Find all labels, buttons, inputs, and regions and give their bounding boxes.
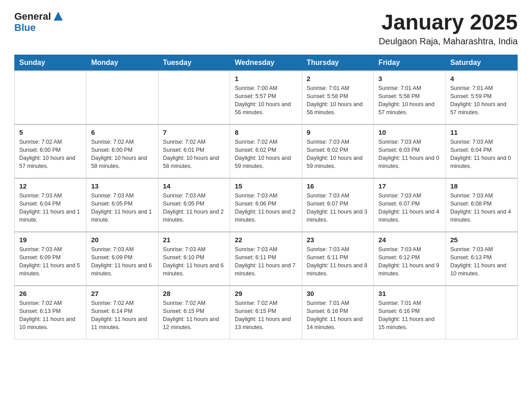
day-number: 15	[235, 182, 297, 190]
calendar-cell: 17Sunrise: 7:03 AM Sunset: 6:07 PM Dayli…	[374, 178, 446, 232]
day-info: Sunrise: 7:02 AM Sunset: 6:13 PM Dayligh…	[19, 299, 82, 332]
calendar-cell: 21Sunrise: 7:03 AM Sunset: 6:10 PM Dayli…	[158, 232, 230, 286]
calendar-cell: 3Sunrise: 7:01 AM Sunset: 5:58 PM Daylig…	[374, 71, 446, 124]
week-row-5: 26Sunrise: 7:02 AM Sunset: 6:13 PM Dayli…	[15, 286, 518, 339]
day-info: Sunrise: 7:03 AM Sunset: 6:05 PM Dayligh…	[163, 192, 225, 224]
calendar-cell	[15, 71, 86, 124]
day-number: 20	[91, 236, 153, 244]
calendar-cell: 25Sunrise: 7:03 AM Sunset: 6:13 PM Dayli…	[446, 232, 517, 286]
weekday-header-monday: Monday	[86, 55, 158, 71]
location: Deulgaon Raja, Maharashtra, India	[379, 36, 518, 47]
day-info: Sunrise: 7:03 AM Sunset: 6:08 PM Dayligh…	[450, 192, 513, 224]
logo-blue: Blue	[14, 22, 36, 33]
calendar-cell: 31Sunrise: 7:01 AM Sunset: 6:16 PM Dayli…	[374, 286, 446, 339]
calendar-cell: 16Sunrise: 7:03 AM Sunset: 6:07 PM Dayli…	[302, 178, 373, 232]
day-info: Sunrise: 7:01 AM Sunset: 5:58 PM Dayligh…	[307, 84, 369, 117]
logo-general: General	[14, 11, 51, 22]
calendar-cell: 13Sunrise: 7:03 AM Sunset: 6:05 PM Dayli…	[86, 178, 158, 232]
calendar-cell: 20Sunrise: 7:03 AM Sunset: 6:09 PM Dayli…	[86, 232, 158, 286]
day-info: Sunrise: 7:03 AM Sunset: 6:11 PM Dayligh…	[235, 245, 297, 278]
calendar-cell: 11Sunrise: 7:03 AM Sunset: 6:04 PM Dayli…	[446, 124, 517, 178]
day-info: Sunrise: 7:03 AM Sunset: 6:09 PM Dayligh…	[91, 245, 153, 278]
day-number: 27	[91, 290, 153, 297]
calendar-cell: 9Sunrise: 7:03 AM Sunset: 6:02 PM Daylig…	[302, 124, 373, 178]
week-row-4: 19Sunrise: 7:03 AM Sunset: 6:09 PM Dayli…	[15, 232, 518, 286]
day-info: Sunrise: 7:03 AM Sunset: 6:12 PM Dayligh…	[378, 245, 441, 278]
calendar-cell: 29Sunrise: 7:02 AM Sunset: 6:15 PM Dayli…	[230, 286, 302, 339]
day-info: Sunrise: 7:03 AM Sunset: 6:10 PM Dayligh…	[163, 245, 225, 278]
day-number: 17	[378, 182, 441, 190]
day-number: 19	[19, 236, 82, 244]
calendar-cell: 1Sunrise: 7:00 AM Sunset: 5:57 PM Daylig…	[230, 71, 302, 124]
calendar-cell	[446, 286, 517, 339]
day-info: Sunrise: 7:02 AM Sunset: 6:02 PM Dayligh…	[235, 138, 297, 171]
day-number: 6	[91, 128, 153, 136]
day-number: 24	[378, 236, 441, 244]
calendar-cell: 2Sunrise: 7:01 AM Sunset: 5:58 PM Daylig…	[302, 71, 373, 124]
weekday-header-thursday: Thursday	[302, 55, 373, 71]
calendar-cell: 23Sunrise: 7:03 AM Sunset: 6:11 PM Dayli…	[302, 232, 373, 286]
day-info: Sunrise: 7:03 AM Sunset: 6:06 PM Dayligh…	[235, 192, 297, 224]
calendar-cell: 22Sunrise: 7:03 AM Sunset: 6:11 PM Dayli…	[230, 232, 302, 286]
calendar-cell: 27Sunrise: 7:02 AM Sunset: 6:14 PM Dayli…	[86, 286, 158, 339]
day-info: Sunrise: 7:02 AM Sunset: 6:00 PM Dayligh…	[19, 138, 82, 171]
day-info: Sunrise: 7:03 AM Sunset: 6:04 PM Dayligh…	[450, 138, 513, 171]
day-number: 2	[307, 75, 369, 82]
logo-icon	[52, 10, 64, 22]
day-number: 18	[450, 182, 513, 190]
day-number: 30	[307, 290, 369, 297]
week-row-3: 12Sunrise: 7:03 AM Sunset: 6:04 PM Dayli…	[15, 178, 518, 232]
calendar-cell: 14Sunrise: 7:03 AM Sunset: 6:05 PM Dayli…	[158, 178, 230, 232]
title-block: January 2025 Deulgaon Raja, Maharashtra,…	[379, 11, 518, 47]
calendar: SundayMondayTuesdayWednesdayThursdayFrid…	[14, 55, 518, 340]
day-number: 16	[307, 182, 369, 190]
day-number: 22	[235, 236, 297, 244]
calendar-cell: 24Sunrise: 7:03 AM Sunset: 6:12 PM Dayli…	[374, 232, 446, 286]
day-number: 12	[19, 182, 82, 190]
weekday-header-saturday: Saturday	[446, 55, 517, 71]
day-number: 1	[235, 75, 297, 82]
day-number: 14	[163, 182, 225, 190]
day-number: 25	[450, 236, 513, 244]
day-number: 23	[307, 236, 369, 244]
day-number: 26	[19, 290, 82, 297]
calendar-cell: 4Sunrise: 7:01 AM Sunset: 5:59 PM Daylig…	[446, 71, 517, 124]
day-number: 21	[163, 236, 225, 244]
week-row-2: 5Sunrise: 7:02 AM Sunset: 6:00 PM Daylig…	[15, 124, 518, 178]
day-number: 10	[378, 128, 441, 136]
day-info: Sunrise: 7:03 AM Sunset: 6:13 PM Dayligh…	[450, 245, 513, 278]
day-info: Sunrise: 7:01 AM Sunset: 6:16 PM Dayligh…	[307, 299, 369, 332]
weekday-header-row: SundayMondayTuesdayWednesdayThursdayFrid…	[15, 55, 518, 71]
day-info: Sunrise: 7:02 AM Sunset: 6:00 PM Dayligh…	[91, 138, 153, 171]
weekday-header-sunday: Sunday	[15, 55, 86, 71]
day-info: Sunrise: 7:01 AM Sunset: 5:59 PM Dayligh…	[450, 84, 513, 117]
month-title: January 2025	[379, 11, 518, 34]
calendar-cell: 6Sunrise: 7:02 AM Sunset: 6:00 PM Daylig…	[86, 124, 158, 178]
calendar-cell: 12Sunrise: 7:03 AM Sunset: 6:04 PM Dayli…	[15, 178, 86, 232]
calendar-cell: 7Sunrise: 7:02 AM Sunset: 6:01 PM Daylig…	[158, 124, 230, 178]
calendar-cell: 19Sunrise: 7:03 AM Sunset: 6:09 PM Dayli…	[15, 232, 86, 286]
week-row-1: 1Sunrise: 7:00 AM Sunset: 5:57 PM Daylig…	[15, 71, 518, 124]
day-info: Sunrise: 7:03 AM Sunset: 6:11 PM Dayligh…	[307, 245, 369, 278]
day-number: 9	[307, 128, 369, 136]
day-number: 5	[19, 128, 82, 136]
weekday-header-tuesday: Tuesday	[158, 55, 230, 71]
day-info: Sunrise: 7:03 AM Sunset: 6:09 PM Dayligh…	[19, 245, 82, 278]
day-info: Sunrise: 7:02 AM Sunset: 6:14 PM Dayligh…	[91, 299, 153, 332]
day-number: 13	[91, 182, 153, 190]
calendar-cell: 26Sunrise: 7:02 AM Sunset: 6:13 PM Dayli…	[15, 286, 86, 339]
weekday-header-friday: Friday	[374, 55, 446, 71]
day-info: Sunrise: 7:03 AM Sunset: 6:03 PM Dayligh…	[378, 138, 441, 171]
day-number: 28	[163, 290, 225, 297]
calendar-cell: 10Sunrise: 7:03 AM Sunset: 6:03 PM Dayli…	[374, 124, 446, 178]
day-number: 29	[235, 290, 297, 297]
day-number: 8	[235, 128, 297, 136]
day-info: Sunrise: 7:03 AM Sunset: 6:04 PM Dayligh…	[19, 192, 82, 224]
calendar-cell: 8Sunrise: 7:02 AM Sunset: 6:02 PM Daylig…	[230, 124, 302, 178]
logo: General Blue	[14, 11, 64, 33]
calendar-cell: 15Sunrise: 7:03 AM Sunset: 6:06 PM Dayli…	[230, 178, 302, 232]
day-info: Sunrise: 7:01 AM Sunset: 6:16 PM Dayligh…	[378, 299, 441, 332]
day-info: Sunrise: 7:03 AM Sunset: 6:07 PM Dayligh…	[307, 192, 369, 224]
page-header: General Blue January 2025 Deulgaon Raja,…	[14, 11, 518, 47]
day-info: Sunrise: 7:01 AM Sunset: 5:58 PM Dayligh…	[378, 84, 441, 117]
